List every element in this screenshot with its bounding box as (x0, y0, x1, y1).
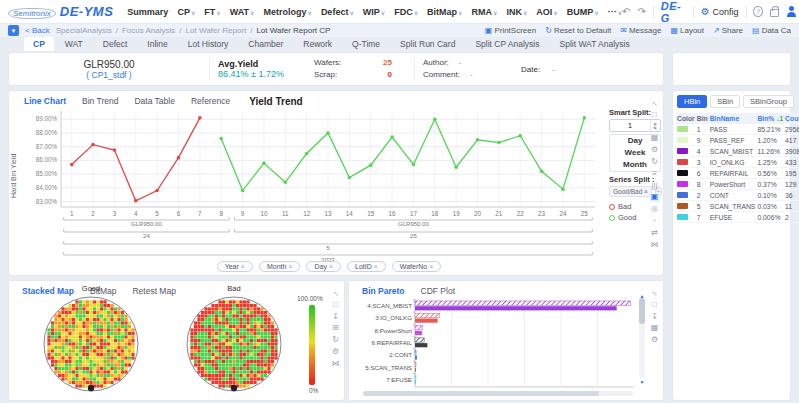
wafer-map-bad[interactable] (184, 294, 284, 394)
bin-tab-hbin[interactable]: HBin (677, 95, 707, 108)
lot-sub-link[interactable]: ( CP1_stdf ) (17, 70, 201, 80)
menu-item-ink[interactable]: INK∨ (506, 7, 527, 17)
menu-item-metrology[interactable]: Metrology∨ (263, 7, 311, 17)
breadcrumb-item[interactable]: Lot Wafer Report CP (256, 26, 330, 35)
tab-q-time[interactable]: Q-Time (343, 37, 389, 51)
tab-wat[interactable]: WAT (56, 37, 92, 51)
layout-button[interactable]: ▦Layout (670, 26, 704, 35)
tool-icon-10[interactable]: ▫ (649, 217, 660, 226)
config-button[interactable]: ⚙ Config (701, 6, 739, 17)
tool-icon-4[interactable]: ⚙ (649, 336, 660, 345)
menu-item-aoi[interactable]: AOI∨ (536, 7, 557, 17)
filter-tag-day[interactable]: Day× (306, 261, 341, 272)
filter-tag-lotid[interactable]: LotID× (347, 261, 386, 272)
bin-row-PASS_REF[interactable]: 9PASS_REF1.20%417 (676, 135, 799, 146)
user-icon[interactable] (786, 6, 795, 17)
bin-tab-sbin[interactable]: SBin (710, 95, 740, 108)
tool-icon-2[interactable]: ↧ (649, 313, 660, 322)
menu-item-fdc[interactable]: FDC∨ (394, 7, 418, 17)
tab-defect[interactable]: Defect (94, 37, 137, 51)
vertical-scrollbar[interactable] (639, 298, 645, 378)
trend-tab-data-table[interactable]: Data Table (127, 95, 181, 107)
trend-tab-bin-trend[interactable]: Bin Trend (75, 95, 125, 107)
share-button[interactable]: ↗Share (713, 26, 743, 35)
tool-icon-9[interactable]: ◎ (649, 205, 660, 214)
bin-col-bin[interactable]: Bin (696, 113, 709, 124)
bin-row-IO_ONLKG[interactable]: 3IO_ONLKG1.25%433 (676, 157, 799, 168)
menu-item-rma[interactable]: RMA∨ (472, 7, 498, 17)
filter-icon[interactable]: ▼ (8, 25, 19, 36)
bin-row-CONT[interactable]: 2CONT0.10%36 (676, 190, 799, 201)
help-icon[interactable]: ? (753, 6, 763, 17)
menu-item-wip[interactable]: WIP∨ (363, 7, 385, 17)
tab-split-run-card[interactable]: Split Run Card (391, 37, 464, 51)
bin-row-EFUSE[interactable]: 7EFUSE0.006%2 (676, 212, 799, 223)
filter-tag-year[interactable]: Year× (217, 261, 253, 272)
store-icon[interactable] (770, 9, 779, 17)
tool-icon-2[interactable]: ↧ (649, 123, 660, 132)
menu-item-cp[interactable]: CP∨ (177, 7, 195, 17)
remove-tag-icon[interactable]: × (429, 263, 433, 270)
reset-to-default-button[interactable]: ↻Reset to Default (545, 26, 611, 35)
scroll-down-icon[interactable]: ▼ (639, 379, 645, 385)
yield-trend-chart[interactable]: 83.00%84.00%85.00%86.00%87.00%88.00%89.0… (19, 107, 609, 265)
pareto-tab-bin-pareto[interactable]: Bin Pareto (355, 285, 412, 297)
tool-icon-11[interactable]: ⇄ (649, 229, 660, 238)
menu-item-ft[interactable]: FT∨ (204, 7, 220, 17)
tool-icon-6[interactable]: ⋈ (330, 360, 341, 369)
remove-tag-icon[interactable]: × (374, 263, 378, 270)
bin-row-REPAIRFAIL[interactable]: 6REPAIRFAIL0.56%195 (676, 168, 799, 179)
message-button[interactable]: ✉Message (620, 26, 661, 35)
tool-icon-7[interactable]: ||| (649, 182, 660, 191)
bin-row-PASS[interactable]: 1PASS85.21%29568 (676, 124, 799, 135)
tool-icon-8[interactable]: ▣ (649, 193, 660, 202)
tab-chamber[interactable]: Chamber (239, 37, 292, 51)
tool-icon-6[interactable]: ≡ (649, 170, 660, 179)
bin-pareto-chart[interactable]: 0.00%2.00%4.00%6.00%8.00%10.00%4:SCAN_MB… (351, 297, 641, 397)
menu-item-summary[interactable]: Summary (127, 7, 168, 17)
wafer-map-good[interactable] (41, 294, 141, 394)
tool-icon-0[interactable]: ↔ (649, 289, 660, 298)
tool-icon-1[interactable]: □ (330, 301, 341, 310)
tab-inline[interactable]: Inline (138, 37, 176, 51)
back-button[interactable]: < Back (25, 26, 50, 35)
trend-tab-line-chart[interactable]: Line Chart (17, 95, 73, 107)
tab-lot-history[interactable]: Lot History (179, 37, 238, 51)
tool-icon-5[interactable]: ↻ (649, 158, 660, 167)
remove-tag-icon[interactable]: × (288, 263, 292, 270)
bin-col-count[interactable]: Count (784, 113, 799, 124)
horizontal-scrollbar[interactable] (363, 391, 633, 396)
bin-row-SCAN_TRANS[interactable]: 5SCAN_TRANS0.03%11 (676, 201, 799, 212)
series-split-tag[interactable]: Good/Bad × (609, 186, 652, 197)
remove-tag-icon[interactable]: × (241, 263, 245, 270)
breadcrumb-item[interactable]: Focus Analysis (122, 26, 175, 35)
undo-icon[interactable]: ↶ (622, 7, 630, 17)
tool-icon-3[interactable]: ▦ (649, 134, 660, 143)
tool-icon-4[interactable]: ↻ (330, 336, 341, 345)
tool-icon-5[interactable]: ⚙ (330, 348, 341, 357)
tool-icon-0[interactable]: ↔ (330, 289, 341, 298)
printscreen-button[interactable]: ▣PrintScreen (485, 26, 536, 35)
tool-icon-1[interactable]: □ (649, 301, 660, 310)
bin-col-binname[interactable]: BinName (709, 113, 757, 124)
tool-icon-4[interactable]: ⚙ (649, 146, 660, 155)
filter-tag-month[interactable]: Month× (259, 261, 301, 272)
tool-icon-3[interactable]: ⊞ (330, 324, 341, 333)
bin-tab-sbingroup[interactable]: SBinGroup (743, 95, 794, 108)
tab-split-wat-analysis[interactable]: Split WAT Analysis (550, 37, 638, 51)
tool-icon-1[interactable]: □ (649, 111, 660, 120)
tool-icon-12[interactable]: ⋈ (649, 241, 660, 250)
menu-item-defect[interactable]: Defect∨ (321, 7, 354, 17)
breadcrumb-item[interactable]: Lot Wafer Report (186, 26, 247, 35)
filter-tag-waferno[interactable]: WaferNo× (392, 261, 441, 272)
tool-icon-0[interactable]: ↔ (649, 99, 660, 108)
tab-rework[interactable]: Rework (294, 37, 341, 51)
tool-icon-2[interactable]: ↧ (330, 313, 341, 322)
bin-row-PowerShort[interactable]: 8PowerShort0.37%129 (676, 179, 799, 190)
deg-logo[interactable]: DE-G (661, 0, 686, 24)
menu-item-bump[interactable]: BUMP∨ (567, 7, 599, 17)
remove-tag-icon[interactable]: × (329, 263, 333, 270)
tool-icon-3[interactable]: ▦ (649, 324, 660, 333)
data-ca-button[interactable]: ▤Data Ca (752, 26, 791, 35)
menu-item-···[interactable]: ···∨ (608, 7, 622, 17)
